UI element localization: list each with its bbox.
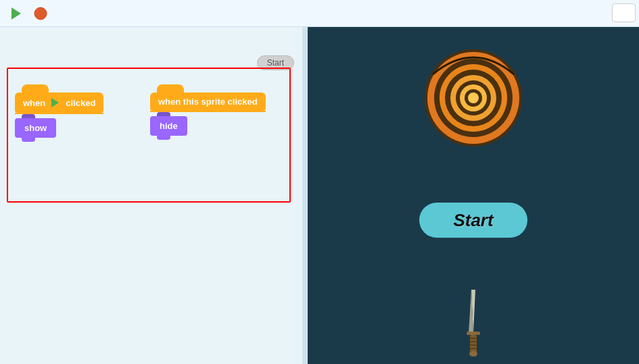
flag-hat-block[interactable]: when clicked [15,93,103,113]
svg-rect-16 [467,332,480,335]
green-flag-button[interactable] [7,4,26,23]
sprite-hat-top-bump [157,84,184,93]
when-label: when [23,98,45,108]
stage-start-label: Start [453,210,493,231]
corner-button[interactable] [612,3,636,22]
knife-graphic [463,290,483,357]
sprite-block-stack: when this sprite clicked hide [150,84,266,140]
flag-block-stack: when clicked show [15,84,103,142]
svg-point-22 [469,351,477,357]
stop-icon [33,6,48,21]
svg-point-13 [468,93,479,103]
green-flag-icon [9,6,24,21]
show-cmd-bottom-notch [22,138,35,142]
block-group-flag: when clicked show [15,84,103,142]
show-command-block[interactable]: show [15,118,56,138]
clicked-label: clicked [66,98,95,108]
stage-start-button[interactable]: Start [419,203,527,238]
top-bar [0,0,639,27]
svg-marker-0 [11,7,21,20]
stage-panel: Start [308,27,639,364]
target-graphic [423,47,524,149]
target-svg [423,47,524,149]
main-layout: Start when clicked [0,27,639,364]
hide-cmd-bottom-notch [157,136,170,140]
sprite-hat-label: when this sprite clicked [158,97,258,107]
hide-command-block[interactable]: hide [150,116,187,136]
hat-top-bump [22,84,49,93]
svg-marker-3 [51,98,59,107]
knife-svg [463,290,483,357]
code-panel: Start when clicked [0,27,308,364]
block-group-sprite: when this sprite clicked hide [150,84,266,140]
flag-mini-icon [49,97,62,109]
svg-rect-2 [37,9,45,18]
svg-rect-17 [470,335,477,354]
code-scrollbar[interactable] [302,27,308,364]
stop-button[interactable] [31,4,50,23]
sprite-hat-block[interactable]: when this sprite clicked [150,93,266,111]
